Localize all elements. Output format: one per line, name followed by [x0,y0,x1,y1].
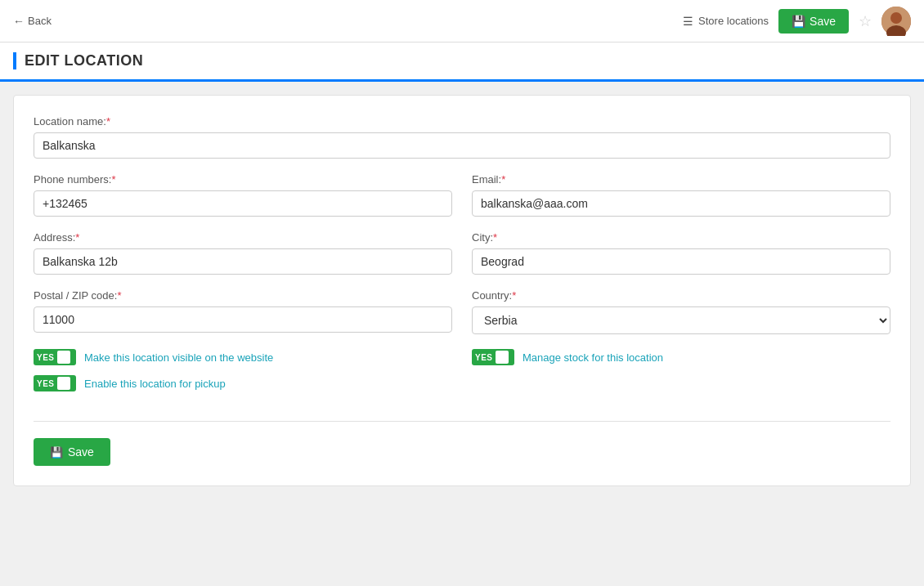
postal-country-row: Postal / ZIP code:* Country:* Serbia Cro… [34,289,890,334]
phone-col: Phone numbers:* [34,173,452,217]
top-bar: ← Back ☰ Store locations 💾 Save ☆ [0,0,924,42]
left-toggles: YES Make this location visible on the we… [34,349,452,401]
postal-col: Postal / ZIP code:* [34,289,452,334]
svg-point-1 [890,12,902,24]
right-toggles: YES Manage stock for this location [472,349,890,401]
phone-label: Phone numbers:* [34,173,452,186]
location-name-input[interactable] [34,132,890,159]
pickup-yes-label: YES [37,379,55,388]
page-title: EDIT LOCATION [13,52,143,69]
address-city-row: Address:* City:* [34,231,890,275]
visible-toggle-row: YES Make this location visible on the we… [34,349,452,365]
country-select[interactable]: Serbia Croatia Bosnia Montenegro Sloveni… [472,306,890,334]
stock-toggle-thumb [496,351,509,364]
star-icon[interactable]: ☆ [859,12,872,30]
address-label: Address:* [34,231,452,244]
list-icon: ☰ [683,15,693,28]
main-content: Location name:* Phone numbers:* Email:* [0,82,924,499]
pickup-toggle-thumb [57,377,70,390]
bottom-floppy-icon: 💾 [50,446,63,459]
header-save-label: Save [810,15,836,28]
header-save-button[interactable]: 💾 Save [778,9,849,34]
city-col: City:* [472,231,890,275]
top-bar-left: ← Back [13,15,52,28]
country-label: Country:* [472,289,890,302]
bottom-save-label: Save [68,445,94,459]
visible-toggle[interactable]: YES [34,349,76,365]
location-name-label: Location name:* [34,115,890,127]
stock-yes-label: YES [475,353,493,362]
divider [34,421,890,422]
stock-label-text: Manage stock for this location [523,351,663,364]
store-locations-link[interactable]: ☰ Store locations [683,15,769,28]
store-locations-label: Store locations [698,15,769,27]
top-bar-right: ☰ Store locations 💾 Save ☆ [683,7,911,36]
toggle-two-row: YES Make this location visible on the we… [34,349,890,401]
toggles-section: YES Make this location visible on the we… [34,349,890,401]
email-input[interactable] [472,190,890,217]
visible-yes-label: YES [37,353,55,362]
phone-input[interactable] [34,190,452,217]
visible-toggle-thumb [57,351,70,364]
address-col: Address:* [34,231,452,275]
country-col: Country:* Serbia Croatia Bosnia Monteneg… [472,289,890,334]
postal-label: Postal / ZIP code:* [34,289,452,302]
form-card: Location name:* Phone numbers:* Email:* [13,95,911,486]
avatar [881,7,911,36]
required-marker: * [106,115,110,127]
back-link[interactable]: ← Back [13,15,52,28]
city-label: City:* [472,231,890,244]
address-input[interactable] [34,248,452,275]
floppy-icon: 💾 [792,15,805,28]
stock-toggle[interactable]: YES [472,349,514,365]
back-label: Back [28,15,52,27]
pickup-toggle[interactable]: YES [34,375,76,391]
email-col: Email:* [472,173,890,217]
visible-label-text: Make this location visible on the websit… [84,351,273,364]
pickup-label-text: Enable this location for pickup [84,378,226,390]
pickup-toggle-row: YES Enable this location for pickup [34,375,452,391]
email-label: Email:* [472,173,890,186]
page-header: EDIT LOCATION [0,42,924,82]
city-input[interactable] [472,248,890,275]
postal-input[interactable] [34,306,452,333]
location-name-group: Location name:* [34,115,890,159]
phone-email-row: Phone numbers:* Email:* [34,173,890,217]
stock-toggle-row: YES Manage stock for this location [472,349,890,365]
back-arrow-icon: ← [13,15,25,28]
bottom-save-button[interactable]: 💾 Save [34,438,110,466]
